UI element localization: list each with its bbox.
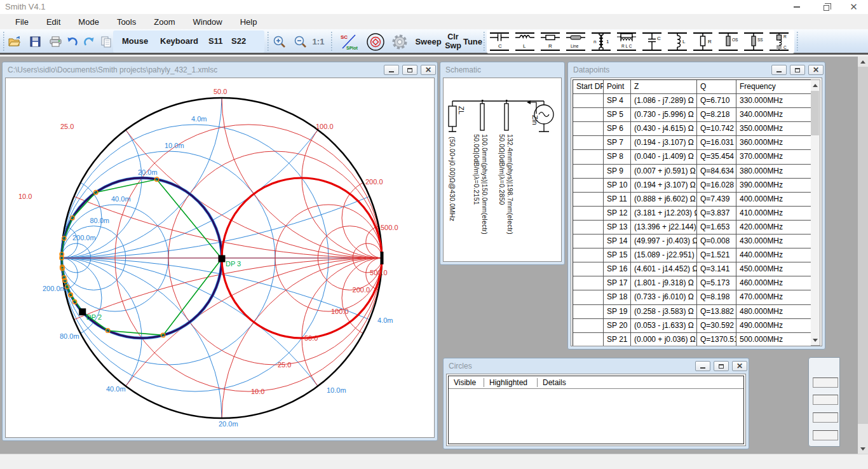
sweep-button[interactable]: Sweep [414,31,442,52]
column-details[interactable]: Details [538,378,571,387]
scroll-down-button[interactable] [811,335,819,345]
datapoint-row[interactable]: SP 6(0.430 - j4.615) ΩQ=10.742350.000MHz [573,122,814,136]
save-button[interactable] [27,31,43,52]
datapoint-row[interactable]: SP 8(0.040 - j1.409) ΩQ=35.454370.000MHz [573,150,814,164]
series-capacitor-button[interactable]: C [487,31,512,53]
mode-button-s11[interactable]: S11 [208,36,222,46]
background-window-fragment [808,357,840,447]
datapoint-row[interactable]: SP 21(0.000 + j0.036) ΩQ=1370.515500.000… [573,333,814,346]
datapoint-row[interactable]: SP 10(0.194 + j3.107) ΩQ=16.028390.000MH… [573,179,814,193]
column-header-start-dp[interactable]: Start DP [573,80,604,93]
load-symbol[interactable] [449,106,456,126]
column-highlighted[interactable]: Highlighted [484,378,538,387]
column-header-frequency[interactable]: Frequency [736,80,814,93]
series-rlc-icon: R L C [614,31,639,52]
settings-button[interactable] [389,31,410,52]
fragment-button[interactable] [813,377,838,388]
menu-item-zoom[interactable]: Zoom [145,15,184,29]
shunt-capacitor-button[interactable]: C [639,31,665,53]
open-button[interactable] [6,31,23,52]
scroll-down-button[interactable] [858,444,868,454]
datapoints-maximize-button[interactable] [790,65,805,75]
menu-item-file[interactable]: File [6,15,37,29]
window-restore-button[interactable] [811,0,839,14]
window-minimize-button[interactable] [782,0,811,14]
stub2-symbol[interactable] [505,104,508,130]
menu-item-tools[interactable]: Tools [108,15,145,29]
circles-close-button[interactable]: ✕ [732,361,747,371]
fragment-button[interactable] [813,395,838,405]
scroll-up-button[interactable] [858,57,868,67]
smith-chart-canvas[interactable]: 10.025.050.0100.0200.0500.04.0m10.0m20.0… [5,78,435,438]
menu-item-help[interactable]: Help [231,15,266,29]
menu-item-edit[interactable]: Edit [37,15,69,29]
transmission-line-button[interactable]: Line [563,31,588,53]
schematic-window-titlebar[interactable]: Schematic [443,62,562,78]
shunt-inductor-button[interactable]: L [665,31,690,53]
copy-button[interactable] [98,31,114,52]
conductance-label: 40.0m [111,195,131,203]
circles-maximize-button[interactable] [714,361,729,371]
transformer-button[interactable]: n 1 [588,31,614,53]
circles-tool-button[interactable] [365,31,386,52]
schematic-canvas[interactable]: ZL Zin (50.00+j0.00)Ω@430.0MHz 50.0Ω|0dB… [443,78,562,262]
mode-button-mouse[interactable]: Mouse [122,36,148,46]
scroll-up-button[interactable] [811,80,819,90]
datapoint-row[interactable]: SP 15(15.089 - j22.951) ΩQ=1.521440.000M… [573,248,814,262]
series-inductor-button[interactable]: L [512,31,538,53]
zoom-1to1-button[interactable]: 1:1 [310,31,327,52]
datapoint-row[interactable]: SP 17(1.801 - j9.318) ΩQ=5.173460.000MHz [573,276,814,290]
mode-button-keyboard[interactable]: Keyboard [160,36,198,46]
datapoint-row[interactable]: SP 18(0.733 - j6.010) ΩQ=8.198470.000MHz [573,290,814,304]
zoom-out-button[interactable] [292,31,309,52]
chart-window-titlebar[interactable]: C:\Users\sidlo\Documents\Smith projects\… [5,62,435,78]
zoom-in-button[interactable] [271,31,288,52]
datapoint-row[interactable]: SP 13(13.396 + j22.144) ΩQ=1.653420.000M… [573,221,814,234]
datapoints-minimize-button[interactable] [771,65,787,75]
tune-button[interactable]: Tune [460,31,485,52]
datapoint-row[interactable]: SP 14(49.997 - j0.403) ΩQ=0.008430.000MH… [573,234,814,248]
mode-button-s22[interactable]: S22 [231,36,246,46]
conductance-label: 4.0m [191,115,207,123]
window-close-button[interactable]: ✕ [839,0,868,14]
datapoint-row[interactable]: SP 19(0.258 - j3.583) ΩQ=13.882480.000MH… [573,305,814,319]
chart-minimize-button[interactable] [384,65,399,75]
series-rlc-button[interactable]: R L C [614,31,639,53]
sc-splot-toggle-button[interactable]: SC SPlot [338,31,360,52]
circles-minimize-button[interactable] [695,361,710,371]
datapoint-row[interactable]: SP 11(0.888 + j6.602) ΩQ=7.439400.000MHz [573,193,814,207]
datapoints-close-button[interactable]: ✕ [808,65,824,75]
datapoint-row[interactable]: SP 5(0.730 - j5.996) ΩQ=8.218340.000MHz [573,108,814,122]
menu-item-window[interactable]: Window [184,15,231,29]
print-button[interactable] [47,31,64,52]
chart-close-button[interactable]: ✕ [421,65,436,75]
series-resistor-button[interactable]: R [538,31,563,53]
column-header-point[interactable]: Point [604,80,631,93]
open-stub-button[interactable]: OS [715,31,741,53]
scrollbar-thumb[interactable] [858,67,868,424]
stub1-symbol[interactable] [480,104,484,130]
datapoint-row[interactable]: SP 9(0.007 + j0.591) ΩQ=84.634380.000MHz [573,165,814,179]
undo-button[interactable] [65,31,80,52]
workspace-vertical-scrollbar[interactable] [858,57,868,454]
datapoint-row[interactable]: SP 16(4.601 - j14.452) ΩQ=3.141450.000MH… [573,262,814,276]
column-header-z[interactable]: Z [631,80,697,93]
shunt-resistor-icon: R [691,31,715,52]
fragment-button[interactable] [813,412,838,423]
menu-item-mode[interactable]: Mode [69,15,108,29]
datapoint-row[interactable]: SP 4(1.086 - j7.289) ΩQ=6.710330.000MHz [573,94,814,108]
datapoints-scrollbar[interactable] [811,79,820,346]
scrollbar-thumb[interactable] [811,91,819,135]
shunt-resistor-button[interactable]: R [690,31,715,53]
datapoint-row[interactable]: SP 12(3.181 + j12.203) ΩQ=3.837410.000MH… [573,207,814,221]
datapoint-row[interactable]: SP 7(0.194 - j3.107) ΩQ=16.031360.000MHz [573,136,814,150]
datapoint-row[interactable]: SP 20(0.053 - j1.633) ΩQ=30.592490.000MH… [573,319,814,333]
shunt-rlc-button[interactable]: R C [766,31,792,53]
column-header-q[interactable]: Q [697,80,736,93]
column-visible[interactable]: Visible [449,378,484,387]
redo-button[interactable] [81,31,97,52]
smith-chart[interactable]: 10.025.050.0100.0200.0500.04.0m10.0m20.0… [6,78,435,438]
fragment-button[interactable] [813,430,838,440]
chart-maximize-button[interactable] [402,65,417,75]
shorted-stub-button[interactable]: SS [741,31,766,53]
